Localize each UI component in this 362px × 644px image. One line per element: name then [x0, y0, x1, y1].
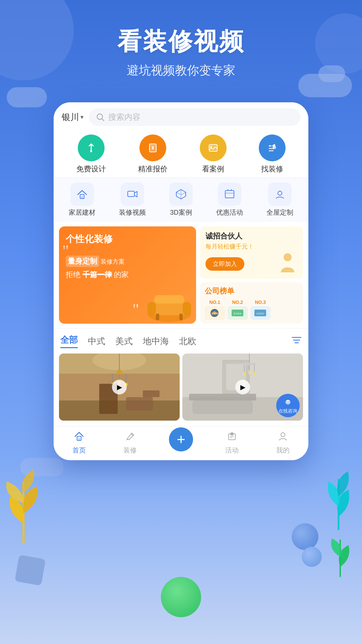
nav-home[interactable]: 首页	[54, 430, 105, 455]
svg-rect-76	[232, 432, 233, 435]
room-image-2[interactable]: ▶ 在线咨询	[182, 354, 303, 421]
svg-rect-14	[225, 193, 234, 194]
icon-find-renovation[interactable]: 找装修	[259, 135, 286, 174]
nav-activity-label: 活动	[225, 446, 239, 455]
rank-title: 公司榜单	[205, 286, 298, 296]
icon-free-design[interactable]: 免费设计	[76, 135, 106, 174]
icon-renovation-video[interactable]: 装修视频	[119, 182, 146, 217]
svg-rect-75	[231, 432, 232, 435]
deco-leaf-teal	[318, 463, 359, 530]
search-icon	[96, 112, 105, 122]
banner-highlight: 量身定制	[66, 256, 99, 267]
icon-cases-label: 看案例	[202, 164, 224, 174]
icon-home-materials[interactable]: 家居建材	[69, 182, 96, 217]
banner-text1: 装修方案	[101, 258, 125, 265]
room-image-1[interactable]: ▶	[59, 354, 180, 421]
deco-leaf-green	[325, 527, 355, 577]
nav-renovation-label: 装修	[123, 446, 137, 455]
partner-sub: 每月轻松赚千元！	[205, 243, 298, 251]
banner-left[interactable]: 个性化装修 " 量身定制 装修方案 拒绝 千篇一律 的家 "	[59, 226, 196, 324]
chat-icon	[283, 398, 293, 409]
rank-badge-1: NO.1	[209, 300, 220, 305]
filter-tab-american[interactable]: 美式	[115, 335, 133, 347]
svg-rect-11	[81, 196, 83, 199]
svg-rect-25	[179, 314, 183, 320]
phone-container: 银川 ▾ 搜索内容 免费设计	[0, 102, 362, 460]
filter-tab-chinese[interactable]: 中式	[88, 335, 105, 347]
play-button-2[interactable]: ▶	[235, 380, 250, 394]
svg-rect-39	[59, 400, 180, 421]
home-icon	[73, 430, 85, 444]
svg-text:¥: ¥	[152, 145, 155, 151]
svg-rect-52	[143, 390, 160, 397]
rank-logo-box-3: 九创空间	[250, 306, 270, 320]
join-button[interactable]: 立即加入	[205, 257, 244, 271]
deco-ball-blue-2	[302, 547, 322, 567]
svg-point-2	[90, 150, 92, 152]
icon-home-materials-label: 家居建材	[69, 208, 96, 217]
nav-plus[interactable]: +	[156, 434, 206, 451]
online-consult-button[interactable]: 在线咨询	[276, 394, 300, 417]
svg-rect-63	[243, 372, 245, 376]
svg-point-26	[284, 253, 292, 261]
icon-offers[interactable]: 优惠活动	[216, 182, 243, 217]
icon-free-design-label: 免费设计	[76, 164, 106, 174]
svg-rect-64	[248, 370, 250, 374]
nav-mine[interactable]: 我的	[257, 430, 308, 455]
icon-find-renovation-circle	[259, 135, 286, 161]
icon-renovation-video-label: 装修视频	[119, 208, 146, 217]
svg-rect-49	[101, 385, 108, 397]
svg-rect-12	[128, 191, 134, 197]
company-rank-card: 公司榜单 NO.1 金保姆	[200, 282, 303, 324]
sofa-decoration	[142, 280, 196, 324]
svg-point-77	[281, 433, 285, 437]
icon-quote[interactable]: ¥ 精准报价	[138, 135, 168, 174]
icon-offers-circle	[218, 182, 241, 206]
bottom-nav: 首页 装修 +	[54, 426, 308, 460]
banner-quote: "	[62, 241, 69, 260]
svg-rect-51	[126, 397, 153, 411]
city-selector[interactable]: 银川 ▾	[62, 111, 83, 123]
nav-activity[interactable]: 活动	[206, 430, 257, 455]
second-icons-row: 家居建材 装修视频 3D案例	[54, 177, 308, 222]
icon-full-custom[interactable]: 全屋定制	[266, 182, 293, 217]
mine-icon	[277, 430, 289, 444]
icon-3d-case-circle	[169, 182, 193, 206]
deco-leaf-yellow	[0, 463, 47, 543]
svg-point-69	[287, 401, 288, 402]
svg-text:圣禾装饰: 圣禾装饰	[233, 313, 241, 315]
svg-text:金保姆: 金保姆	[211, 312, 218, 315]
header-area: 看装修视频 避坑视频教你变专家	[0, 0, 362, 92]
banner-area: 个性化装修 " 量身定制 装修方案 拒绝 千篇一律 的家 "	[54, 222, 308, 328]
nav-plus-button[interactable]: +	[169, 427, 193, 451]
sub-title: 避坑视频教你变专家	[0, 62, 362, 79]
banner-text3: 的家	[114, 270, 129, 279]
svg-rect-9	[269, 150, 274, 151]
filter-sort-icon[interactable]	[292, 335, 302, 347]
deco-balls-right	[292, 523, 322, 567]
svg-rect-59	[243, 363, 256, 365]
svg-point-0	[97, 114, 103, 119]
deco-ball-green	[161, 577, 201, 617]
icon-cases-circle	[200, 135, 227, 161]
play-button-1[interactable]: ▶	[112, 380, 127, 394]
rank-badge-2: NO.2	[232, 300, 243, 305]
filter-tab-mediterranean[interactable]: 地中海	[143, 335, 169, 347]
icon-cases[interactable]: 看案例	[200, 135, 227, 174]
search-input-box[interactable]: 搜索内容	[89, 108, 300, 126]
search-placeholder: 搜索内容	[108, 112, 140, 122]
nav-mine-label: 我的	[276, 446, 290, 455]
filter-tab-all[interactable]: 全部	[60, 334, 78, 348]
svg-rect-74	[229, 434, 235, 440]
nav-renovation[interactable]: 装修	[105, 430, 156, 455]
svg-rect-23	[154, 295, 184, 304]
banner-strikethrough: 千篇一律	[82, 270, 112, 279]
icon-3d-case[interactable]: 3D案例	[169, 182, 193, 217]
svg-line-1	[102, 119, 104, 121]
filter-tabs: 全部 中式 美式 地中海 北欧	[54, 328, 308, 354]
filter-tab-nordic[interactable]: 北欧	[179, 335, 196, 347]
icon-find-renovation-label: 找装修	[261, 164, 283, 174]
partner-card: 诚招合伙人 每月轻松赚千元！ 立即加入	[200, 226, 303, 279]
rank-badge-3: NO.3	[255, 300, 266, 305]
icon-full-custom-label: 全屋定制	[266, 208, 293, 217]
